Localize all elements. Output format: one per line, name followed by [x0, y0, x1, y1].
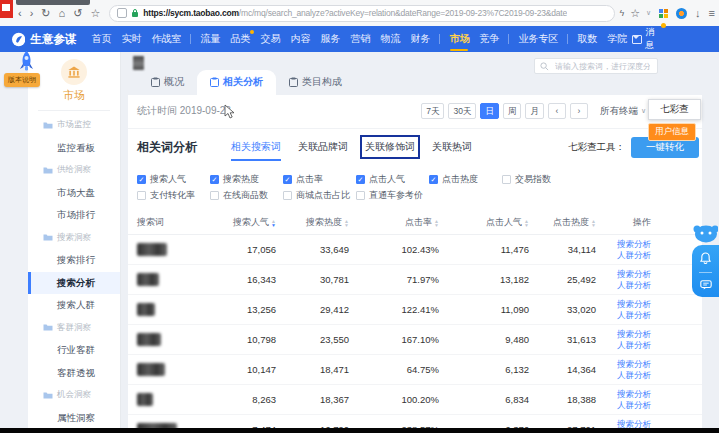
- metric-checkbox-item[interactable]: ✓点击人气: [356, 173, 429, 186]
- topnav-item[interactable]: 财务: [410, 26, 430, 52]
- sidebar-item[interactable]: 行业客群: [28, 339, 120, 362]
- sidebar-item[interactable]: 客群透视: [28, 362, 120, 385]
- sidebar-item[interactable]: 市场排行: [28, 204, 120, 227]
- table-header-cell[interactable]: 点击热度▲▼: [529, 216, 596, 229]
- sidebar-item[interactable]: 属性洞察: [28, 407, 120, 430]
- action-link[interactable]: 搜索分析: [617, 269, 651, 280]
- metric-checkbox-item[interactable]: 商城点击占比: [283, 189, 356, 202]
- favorite-star-icon[interactable]: ☆: [630, 0, 640, 26]
- checkbox[interactable]: ✓: [137, 175, 146, 184]
- checkbox[interactable]: [502, 175, 511, 184]
- checkbox[interactable]: ✓: [356, 175, 365, 184]
- date-range-button[interactable]: 日: [480, 103, 499, 119]
- action-link[interactable]: 搜索分析: [617, 239, 651, 250]
- table-header-cell[interactable]: 搜索人气▲▼: [206, 216, 276, 229]
- chat-icon[interactable]: [700, 280, 712, 290]
- topnav-item[interactable]: 品类: [230, 26, 250, 52]
- topnav-item[interactable]: 首页: [91, 26, 111, 52]
- checkbox[interactable]: ✓: [429, 175, 438, 184]
- sidebar-item[interactable]: 搜索人群: [28, 294, 120, 317]
- topnav-item[interactable]: 营销: [350, 26, 370, 52]
- flash-icon[interactable]: ϟ: [619, 0, 624, 26]
- action-link[interactable]: 搜索分析: [617, 299, 651, 310]
- section-tab[interactable]: 关联品牌词: [298, 140, 348, 154]
- messages-link[interactable]: 消息: [632, 26, 661, 52]
- section-tab[interactable]: 相关搜索词: [231, 140, 281, 154]
- metric-checkbox-item[interactable]: ✓点击率: [283, 173, 356, 186]
- action-link[interactable]: 人群分析: [617, 280, 651, 291]
- url-bar[interactable]: https://sycm.taobao.com/mc/mq/search_ana…: [109, 5, 615, 22]
- table-header-cell[interactable]: 点击率▲▼: [349, 216, 439, 229]
- value-cell: 34,114: [529, 244, 596, 255]
- bell-icon[interactable]: [700, 252, 711, 264]
- action-link[interactable]: 人群分析: [617, 370, 651, 381]
- header-label: 点击人气: [486, 217, 522, 227]
- urlbar-dropdown-icon[interactable]: ∨: [646, 0, 651, 26]
- terminal-filter-dropdown[interactable]: 所有终端 ∨: [600, 105, 646, 118]
- action-link[interactable]: 搜索分析: [617, 359, 651, 370]
- date-range-button[interactable]: 周: [503, 103, 522, 119]
- action-link[interactable]: 搜索分析: [617, 389, 651, 400]
- metric-checkbox-item[interactable]: 在线商品数: [210, 189, 283, 202]
- metric-checkbox-item[interactable]: ✓搜索人气: [137, 173, 210, 186]
- metric-checkbox-item[interactable]: ✓搜索热度: [210, 173, 283, 186]
- topnav-item[interactable]: 学院: [607, 26, 627, 52]
- checkbox[interactable]: ✓: [210, 175, 219, 184]
- metric-checkbox-item[interactable]: 交易指数: [502, 173, 575, 186]
- menu-icon[interactable]: ≡: [709, 0, 715, 26]
- action-link[interactable]: 人群分析: [617, 250, 651, 261]
- download-icon[interactable]: ↓: [695, 0, 701, 26]
- metric-checkbox-item[interactable]: ✓点击热度: [429, 173, 502, 186]
- page-tab[interactable]: 类目构成: [276, 70, 355, 95]
- topnav-item[interactable]: 取数: [577, 26, 597, 52]
- date-range-button[interactable]: 30天: [448, 103, 476, 119]
- topnav-item[interactable]: 竞争: [479, 26, 499, 52]
- checkbox[interactable]: [137, 191, 146, 200]
- mascot-icon[interactable]: [692, 221, 718, 243]
- reader-mode-icon[interactable]: [117, 8, 127, 18]
- metric-checkbox-item[interactable]: 直通车参考价: [356, 189, 429, 202]
- metric-checkbox-item[interactable]: 支付转化率: [137, 189, 210, 202]
- topnav-item[interactable]: 服务: [320, 26, 340, 52]
- table-header-cell[interactable]: 点击人气▲▼: [439, 216, 529, 229]
- topnav-item[interactable]: 业务专区: [518, 26, 558, 52]
- page-tab[interactable]: 相关分析: [197, 70, 276, 95]
- table-header-cell[interactable]: 搜索热度▲▼: [276, 216, 349, 229]
- action-link[interactable]: 人群分析: [617, 310, 651, 321]
- topnav-item[interactable]: 市场: [449, 26, 469, 52]
- sidebar-item[interactable]: 搜索排行: [28, 249, 120, 272]
- sidebar-item[interactable]: 监控看板: [28, 137, 120, 160]
- date-range-button[interactable]: ›: [570, 103, 588, 119]
- checkbox[interactable]: [210, 191, 219, 200]
- date-range-button[interactable]: ‹: [548, 103, 566, 119]
- sidebar-item[interactable]: 搜索分析: [28, 272, 120, 295]
- keyword-search-box[interactable]: [534, 58, 658, 74]
- search-input[interactable]: [553, 61, 652, 72]
- section-tab[interactable]: 关联修饰词: [365, 140, 415, 154]
- action-link[interactable]: 人群分析: [617, 340, 651, 351]
- actions-cell: 搜索分析人群分析: [596, 239, 702, 261]
- topnav-item[interactable]: 交易: [260, 26, 280, 52]
- new-badge-dot: [250, 30, 254, 34]
- version-notes-badge[interactable]: 版本说明: [4, 73, 40, 87]
- user-info-button[interactable]: 用户信息: [648, 123, 696, 141]
- date-range-button[interactable]: 月: [525, 103, 544, 119]
- bookmark-star-icon[interactable]: ☆: [90, 0, 100, 26]
- topnav-item[interactable]: 物流: [380, 26, 400, 52]
- topnav-item[interactable]: 作战室: [151, 26, 181, 52]
- browser-logo-icon[interactable]: [676, 8, 687, 19]
- brand-name[interactable]: 生意参谋: [30, 32, 76, 47]
- checkbox[interactable]: ✓: [283, 175, 292, 184]
- section-tab[interactable]: 关联热词: [432, 140, 472, 154]
- action-link[interactable]: 人群分析: [617, 400, 651, 411]
- topnav-item[interactable]: 内容: [290, 26, 310, 52]
- topnav-item[interactable]: 流量: [200, 26, 220, 52]
- page-tab[interactable]: 概况: [138, 70, 197, 95]
- extensions-grid-icon[interactable]: [659, 9, 668, 18]
- topnav-item[interactable]: 实时: [121, 26, 141, 52]
- date-range-button[interactable]: 7天: [421, 103, 444, 119]
- checkbox[interactable]: [283, 191, 292, 200]
- sidebar-item[interactable]: 市场大盘: [28, 182, 120, 205]
- action-link[interactable]: 搜索分析: [617, 329, 651, 340]
- checkbox[interactable]: [356, 191, 365, 200]
